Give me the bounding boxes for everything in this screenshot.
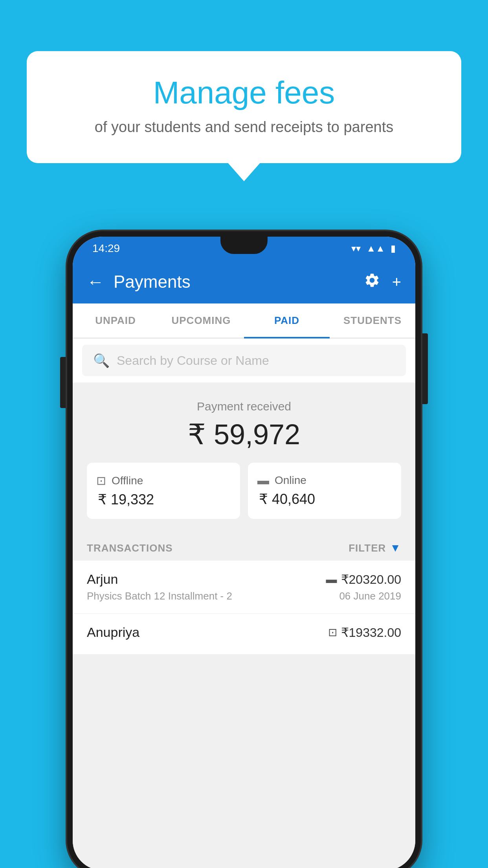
tab-paid[interactable]: PAID: [244, 303, 330, 338]
course-info: Physics Batch 12 Installment - 2: [87, 590, 232, 602]
filter-button[interactable]: FILTER ▼: [349, 542, 401, 554]
online-payment-icon: ▬: [326, 573, 337, 586]
status-icons: ▾▾ ▲▲ ▮: [351, 243, 396, 254]
offline-card: ⊡ Offline ₹ 19,332: [87, 463, 240, 519]
offline-label: Offline: [112, 474, 143, 487]
gear-icon: [364, 272, 380, 289]
promo-section: Manage fees of your students and send re…: [27, 51, 461, 163]
amount-row: ▬ ₹20320.00: [326, 572, 401, 587]
status-time: 14:29: [92, 242, 120, 255]
transaction-bottom: Physics Batch 12 Installment - 2 06 June…: [87, 590, 401, 602]
online-icon: ▬: [257, 474, 269, 487]
app-bar-title: Payments: [114, 272, 364, 292]
transaction-amount: ₹19332.00: [341, 625, 401, 640]
wifi-icon: ▾▾: [351, 243, 361, 254]
payment-received-label: Payment received: [87, 400, 401, 413]
search-box[interactable]: 🔍 Search by Course or Name: [82, 345, 406, 376]
search-input[interactable]: Search by Course or Name: [117, 353, 269, 368]
offline-payment-icon: ⊡: [328, 626, 337, 639]
offline-label-row: ⊡ Offline: [96, 474, 143, 487]
date-info: 06 June 2019: [339, 590, 401, 602]
app-bar: ← Payments +: [73, 260, 415, 303]
online-label-row: ▬ Online: [257, 474, 306, 487]
transaction-list: Arjun ▬ ₹20320.00 Physics Batch 12 Insta…: [73, 561, 415, 655]
transaction-amount: ₹20320.00: [341, 572, 401, 587]
amount-row: ⊡ ₹19332.00: [328, 625, 401, 640]
back-button[interactable]: ←: [87, 272, 104, 292]
battery-icon: ▮: [391, 243, 396, 254]
content-area: Payment received ₹ 59,972 ⊡ Offline ₹ 19…: [73, 383, 415, 868]
payment-summary: Payment received ₹ 59,972 ⊡ Offline ₹ 19…: [73, 383, 415, 531]
search-container: 🔍 Search by Course or Name: [73, 338, 415, 383]
app-bar-actions: +: [364, 272, 401, 292]
phone-notch: [220, 237, 268, 254]
transaction-top: Anupriya ⊡ ₹19332.00: [87, 625, 401, 640]
filter-icon: ▼: [390, 542, 401, 554]
search-icon: 🔍: [93, 353, 110, 368]
phone-screen: 14:29 ▾▾ ▲▲ ▮ ← Payments + U: [73, 237, 415, 868]
tab-students[interactable]: STUDENTS: [330, 303, 415, 338]
online-amount: ₹ 40,640: [257, 491, 315, 508]
filter-label: FILTER: [349, 542, 386, 554]
add-button[interactable]: +: [392, 273, 401, 291]
table-row[interactable]: Arjun ▬ ₹20320.00 Physics Batch 12 Insta…: [73, 561, 415, 614]
online-label: Online: [275, 474, 306, 487]
student-name: Anupriya: [87, 625, 139, 640]
phone-frame: 14:29 ▾▾ ▲▲ ▮ ← Payments + U: [67, 231, 421, 868]
bubble-subtitle: of your students and send receipts to pa…: [58, 119, 430, 136]
table-row[interactable]: Anupriya ⊡ ₹19332.00: [73, 614, 415, 655]
student-name: Arjun: [87, 572, 118, 587]
tab-unpaid[interactable]: UNPAID: [73, 303, 158, 338]
transactions-header: TRANSACTIONS FILTER ▼: [73, 531, 415, 561]
bubble-title: Manage fees: [58, 75, 430, 111]
tabs-bar: UNPAID UPCOMING PAID STUDENTS: [73, 303, 415, 338]
transactions-label: TRANSACTIONS: [87, 542, 173, 554]
offline-amount: ₹ 19,332: [96, 491, 154, 508]
signal-icon: ▲▲: [366, 243, 385, 254]
payment-cards: ⊡ Offline ₹ 19,332 ▬ Online ₹ 40,640: [87, 463, 401, 519]
transaction-top: Arjun ▬ ₹20320.00: [87, 572, 401, 587]
tab-upcoming[interactable]: UPCOMING: [158, 303, 244, 338]
online-card: ▬ Online ₹ 40,640: [248, 463, 401, 519]
speech-bubble: Manage fees of your students and send re…: [27, 51, 461, 163]
payment-total-amount: ₹ 59,972: [87, 418, 401, 451]
settings-button[interactable]: [364, 272, 380, 292]
offline-icon: ⊡: [96, 474, 106, 487]
